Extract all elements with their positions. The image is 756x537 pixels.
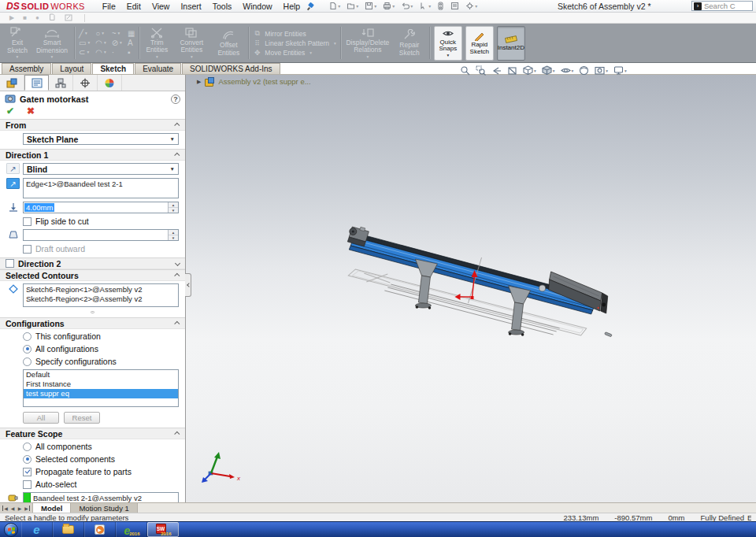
conveyor-model[interactable] — [186, 75, 756, 502]
new-macro-icon[interactable] — [48, 13, 56, 23]
print-button[interactable]: ▾ — [383, 2, 395, 10]
arc-tool[interactable]: ◠▾ — [95, 39, 106, 47]
spline-tool[interactable]: ~▾ — [112, 29, 122, 38]
expand-arrow-icon[interactable]: ▶ — [197, 79, 201, 85]
section-view-button[interactable] — [507, 65, 517, 76]
offset-entities-button[interactable]: Offset Entities — [213, 29, 244, 57]
fillet-tool[interactable]: ◠▾ — [95, 48, 106, 57]
start-button[interactable] — [0, 522, 21, 537]
feature-scope-list[interactable]: Baandeel test 2-1@Assembly v2 — [23, 492, 179, 502]
open-document-button[interactable]: ▾ — [346, 2, 358, 10]
this-configuration-radio[interactable] — [23, 332, 32, 341]
hide-show-items-button[interactable]: ▾ — [561, 65, 574, 76]
zoom-to-area-button[interactable] — [476, 65, 486, 76]
ellipse-tool[interactable]: ⊘▾ — [112, 39, 122, 47]
panel-splitter-handle[interactable] — [185, 273, 191, 297]
reverse-direction-icon[interactable]: ↗ — [6, 163, 20, 174]
spin-up-icon[interactable]: ▲ — [169, 230, 178, 235]
repair-sketch-button[interactable]: Repair Sketch — [394, 29, 425, 57]
edit-macro-icon[interactable] — [65, 13, 72, 23]
depth-input[interactable]: 4.00mm ▲▼ — [23, 202, 179, 213]
save-button[interactable]: ▾ — [365, 2, 376, 10]
direction-reference-list[interactable]: Edge<1>@Baandeel test 2-1 — [23, 178, 179, 198]
all-configurations-radio[interactable] — [23, 345, 32, 354]
cancel-button[interactable]: ✖ — [27, 106, 35, 117]
zoom-to-fit-button[interactable] — [460, 65, 470, 76]
taskbar-solidworks-app[interactable]: SW 2016 — [147, 522, 179, 537]
undo-button[interactable]: ▾ — [401, 2, 413, 10]
text-tool[interactable]: A — [128, 39, 135, 47]
tab-assembly[interactable]: Assembly — [2, 63, 51, 74]
configurationmanager-tab[interactable] — [49, 75, 73, 91]
rapid-sketch-button[interactable]: Rapid Sketch — [465, 26, 494, 61]
auto-select-checkbox[interactable] — [23, 480, 32, 489]
convert-entities-button[interactable]: Convert Entities ▾ — [173, 27, 209, 59]
tab-sketch[interactable]: Sketch — [92, 63, 134, 74]
list-item[interactable]: Sketch6-Region<2>@Assembly v2 — [26, 294, 176, 304]
dimxpertmanager-tab[interactable] — [73, 75, 98, 91]
displaymanager-tab[interactable] — [98, 75, 122, 91]
selected-contours-group-header[interactable]: Selected Contours — [0, 269, 185, 281]
menu-edit[interactable]: Edit — [127, 2, 141, 11]
list-resize-handle[interactable] — [91, 311, 94, 313]
list-item-selected[interactable]: test suppr eq — [24, 389, 178, 398]
next-tab-icon[interactable]: ▶ — [17, 506, 23, 511]
list-item[interactable]: Edge<1>@Baandeel test 2-1 — [26, 180, 176, 189]
list-item[interactable]: Baandeel test 2-1@Assembly v2 — [33, 494, 176, 502]
flyout-feature-tree[interactable]: ▶ Assembly v2 (test suppr e... — [197, 77, 311, 86]
sketch-picture-tool[interactable]: ▦ — [128, 29, 135, 38]
select-button[interactable]: ▾ — [419, 2, 431, 10]
draft-angle-input[interactable]: ▲▼ — [23, 229, 179, 241]
configurations-group-header[interactable]: Configurations — [0, 317, 185, 329]
exit-sketch-button[interactable]: Exit Sketch ▾ — [4, 26, 31, 59]
direction2-group-header[interactable]: Direction 2 — [0, 257, 185, 269]
specify-configurations-radio[interactable] — [23, 357, 32, 366]
edit-appearance-button[interactable] — [579, 65, 589, 76]
direction-reference-icon[interactable]: ↗ — [6, 178, 20, 189]
linear-sketch-pattern-button[interactable]: ⠿ Linear Sketch Pattern ▾ — [253, 39, 336, 47]
menu-file[interactable]: File — [102, 2, 116, 11]
tab-solidworks-add-ins[interactable]: SOLIDWORKS Add-Ins — [182, 63, 280, 74]
start-condition-select[interactable]: Sketch Plane ▼ — [23, 133, 179, 145]
help-icon[interactable]: ? — [171, 94, 180, 104]
propagate-feature-checkbox[interactable] — [23, 468, 32, 476]
slot-tool[interactable]: ⊂▾ — [79, 48, 90, 57]
direction1-group-header[interactable]: Direction 1 — [0, 149, 185, 161]
menu-tools[interactable]: Tools — [213, 2, 232, 11]
model-tab[interactable]: Model — [33, 503, 71, 513]
from-group-header[interactable]: From — [0, 119, 185, 131]
instant2d-button[interactable]: Instant2D — [497, 26, 525, 61]
move-entities-button[interactable]: ✥ Move Entities ▾ — [253, 49, 336, 57]
first-tab-icon[interactable]: ◀ — [2, 506, 9, 511]
draft-outward-checkbox[interactable] — [23, 245, 32, 254]
display-style-button[interactable]: ▾ — [542, 65, 555, 76]
spinner-arrows[interactable]: ▲▼ — [168, 202, 178, 213]
stop-macro-icon[interactable]: ■ — [23, 15, 27, 21]
tab-evaluate[interactable]: Evaluate — [135, 63, 181, 74]
feature-scope-group-header[interactable]: Feature Scope — [0, 428, 185, 439]
prev-tab-icon[interactable]: ◀ — [9, 506, 16, 511]
taskbar-media-player[interactable]: ▶ — [84, 522, 116, 537]
sphere-handle[interactable] — [539, 285, 546, 291]
trim-entities-button[interactable]: Trim Entities ▾ — [143, 27, 170, 59]
graphics-viewport[interactable]: ▶ Assembly v2 (test suppr e... ▾ ▾ ▾ ▾ ▾ — [186, 75, 756, 502]
propertymanager-tab[interactable] — [24, 75, 49, 91]
featuremanager-tree-tab[interactable] — [0, 75, 24, 91]
new-document-button[interactable]: ▾ — [328, 2, 340, 10]
plane-tool[interactable]: ▪ — [128, 48, 135, 57]
file-properties-button[interactable] — [450, 2, 459, 10]
ok-button[interactable]: ✔ — [6, 106, 14, 117]
point-tool[interactable]: · — [112, 48, 122, 57]
view-settings-button[interactable]: ▾ — [613, 65, 627, 76]
options-button[interactable]: ▾ — [465, 2, 477, 10]
spin-down-icon[interactable]: ▼ — [169, 208, 178, 213]
display-delete-relations-button[interactable]: Display/Delete Relations ▾ — [345, 27, 391, 59]
apply-scene-button[interactable]: ▾ — [595, 65, 608, 76]
direction2-checkbox[interactable] — [6, 259, 14, 268]
rebuild-button[interactable] — [437, 2, 444, 10]
search-box[interactable]: › Search C — [691, 1, 753, 11]
quick-snaps-button[interactable]: Quick Snaps ▾ — [434, 26, 462, 61]
spinner-arrows[interactable]: ▲▼ — [168, 230, 178, 240]
list-item[interactable]: First Instance — [24, 380, 178, 389]
reset-button[interactable]: Reset — [64, 412, 100, 424]
